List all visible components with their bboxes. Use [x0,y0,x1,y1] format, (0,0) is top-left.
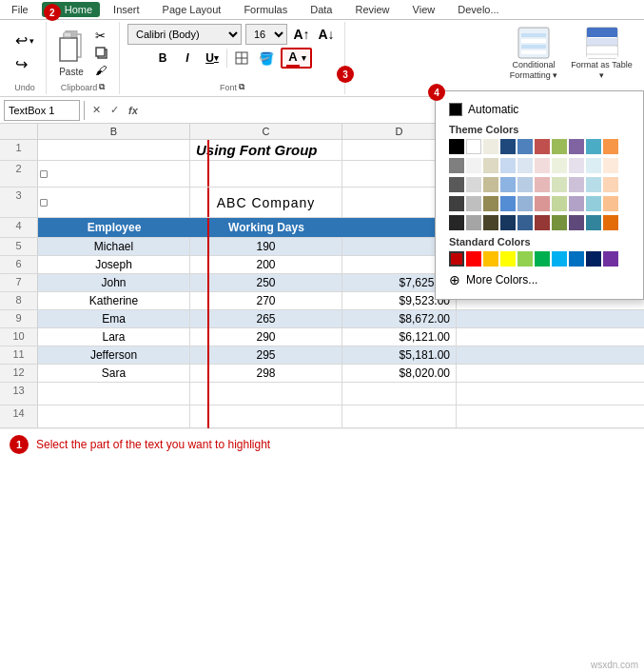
font-name-select[interactable]: Calibri (Body) [127,24,242,45]
italic-button[interactable]: I [177,48,198,69]
theme-swatch-0-0[interactable] [449,139,464,154]
cell-9d[interactable]: $8,672.00 [342,310,457,327]
cell-4c-workingdays[interactable]: Working Days [190,218,342,237]
cell-10d[interactable]: $6,121.00 [342,328,457,346]
cell-11d[interactable]: $5,181.00 [342,346,457,364]
std-swatch-9[interactable] [603,251,618,267]
theme-swatch-3-6[interactable] [552,196,567,211]
cell-13c[interactable] [190,383,342,405]
theme-swatch-3-9[interactable] [603,196,618,211]
borders-button[interactable] [231,48,252,69]
theme-swatch-3-8[interactable] [586,196,601,211]
cell-9c[interactable]: 265 [190,310,342,327]
theme-swatch-4-0[interactable] [449,215,464,230]
cut-button[interactable]: ✂ [92,28,111,44]
theme-swatch-4-7[interactable] [569,215,584,230]
theme-swatch-3-0[interactable] [449,196,464,211]
theme-swatch-0-2[interactable] [483,139,498,154]
theme-swatch-3-3[interactable] [500,196,516,211]
cell-11c[interactable]: 295 [190,346,342,364]
theme-swatch-2-7[interactable] [569,177,584,192]
theme-swatch-1-0[interactable] [449,158,464,173]
cell-12b[interactable]: Sara [38,365,190,382]
cell-3c[interactable]: ABC Company [190,188,342,217]
tab-data[interactable]: Data [299,0,343,19]
more-colors-button[interactable]: ⊕ More Colors... [443,268,635,291]
std-swatch-2[interactable] [483,251,498,267]
theme-swatch-4-1[interactable] [466,215,481,230]
tab-insert[interactable]: Insert [102,0,151,19]
font-shrink-button[interactable]: A↓ [316,24,337,45]
theme-swatch-4-8[interactable] [586,215,601,230]
fill-color-button[interactable]: 🪣 [256,48,277,69]
theme-swatch-2-8[interactable] [586,177,601,192]
theme-swatch-3-7[interactable] [569,196,584,211]
cell-6b[interactable]: Joseph [38,256,190,273]
theme-swatch-2-6[interactable] [552,177,567,192]
theme-swatch-0-5[interactable] [535,139,550,154]
theme-swatch-1-5[interactable] [535,158,550,173]
theme-swatch-4-5[interactable] [535,215,550,230]
copy-button[interactable] [92,46,111,61]
paste-button[interactable] [54,29,88,67]
cell-1b[interactable] [38,140,190,160]
format-painter-button[interactable]: 🖌 [92,63,111,78]
cell-4b-employee[interactable]: Employee [38,218,190,237]
theme-swatch-1-1[interactable] [466,158,481,173]
theme-swatch-4-2[interactable] [483,215,498,230]
tab-review[interactable]: Review [343,0,400,19]
theme-swatch-1-3[interactable] [500,158,516,173]
cell-12d[interactable]: $8,020.00 [342,365,457,382]
cell-6c[interactable]: 200 [190,256,342,273]
theme-swatch-1-8[interactable] [586,158,601,173]
std-swatch-3[interactable] [500,251,516,267]
theme-swatch-4-9[interactable] [603,215,618,230]
std-swatch-1[interactable] [466,251,481,267]
redo-button[interactable]: ↪ [11,53,38,75]
theme-swatch-3-4[interactable] [517,196,533,211]
theme-swatch-1-7[interactable] [569,158,584,173]
theme-swatch-0-9[interactable] [603,139,618,154]
cell-8b-katherine[interactable]: Katherine [38,292,190,309]
cell-14b[interactable] [38,405,190,427]
theme-swatch-0-4[interactable] [517,139,533,154]
theme-swatch-2-2[interactable] [483,177,498,192]
font-size-select[interactable]: 16 [245,24,287,45]
tab-file[interactable]: File [0,0,40,19]
cell-14d[interactable] [342,405,457,427]
tab-develo[interactable]: Develo... [446,0,510,19]
std-swatch-8[interactable] [586,251,601,267]
name-box[interactable] [4,100,80,121]
cell-12c[interactable]: 298 [190,365,342,382]
underline-button[interactable]: U ▾ [202,48,223,69]
fx-button[interactable]: fx [125,103,142,118]
theme-swatch-2-1[interactable] [466,177,481,192]
theme-swatch-2-0[interactable] [449,177,464,192]
theme-swatch-3-5[interactable] [535,196,550,211]
cancel-formula-button[interactable]: ✕ [88,102,105,118]
theme-swatch-1-2[interactable] [483,158,498,173]
theme-swatch-4-4[interactable] [517,215,533,230]
tab-formulas[interactable]: Formulas [232,0,299,19]
col-header-b[interactable]: B [38,124,190,139]
cell-5b[interactable]: Michael [38,238,190,255]
automatic-color-option[interactable]: Automatic [443,99,635,120]
format-table-icon[interactable] [585,26,619,60]
cell-10b[interactable]: Lara [38,328,190,346]
std-swatch-7[interactable] [569,251,584,267]
theme-swatch-0-3[interactable] [500,139,516,154]
std-swatch-0[interactable]: 4 [449,251,464,267]
cell-7c[interactable]: 250 [190,274,342,291]
std-swatch-6[interactable] [552,251,567,267]
tab-home[interactable]: 2 Home [42,2,100,17]
theme-swatch-2-9[interactable] [603,177,618,192]
theme-swatch-0-7[interactable] [569,139,584,154]
bold-button[interactable]: B [152,48,173,69]
theme-swatch-2-4[interactable] [517,177,533,192]
std-swatch-5[interactable] [535,251,550,267]
confirm-formula-button[interactable]: ✓ [107,102,123,118]
cell-10c[interactable]: 290 [190,328,342,346]
cell-9b[interactable]: Ema [38,310,190,327]
cell-2c[interactable] [190,161,342,187]
cell-3b[interactable] [38,188,190,217]
